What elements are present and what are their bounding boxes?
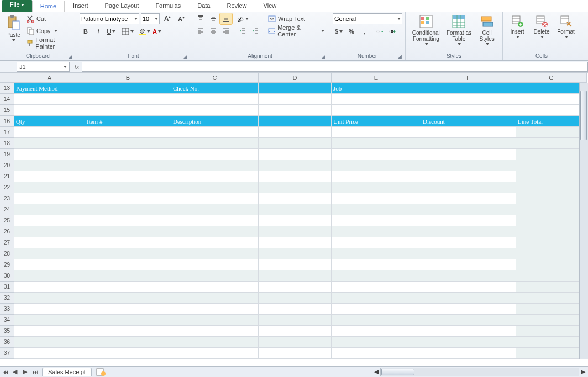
cell-C21[interactable]: [171, 171, 259, 182]
hscroll-right[interactable]: ▶: [579, 368, 587, 376]
cell-F28[interactable]: [421, 248, 516, 259]
cell-C31[interactable]: [171, 282, 259, 293]
row-header-27[interactable]: 27: [0, 237, 14, 248]
number-dialog-launcher[interactable]: ◢: [398, 54, 402, 59]
new-sheet-button[interactable]: [95, 368, 107, 376]
cell-C35[interactable]: [171, 326, 259, 337]
cell-G37[interactable]: [516, 348, 587, 359]
cell-A25[interactable]: [14, 215, 85, 226]
row-header-22[interactable]: 22: [0, 182, 14, 193]
cell-D37[interactable]: [259, 348, 332, 359]
cell-D33[interactable]: [259, 304, 332, 315]
cell-D15[interactable]: [259, 105, 332, 116]
font-dialog-launcher[interactable]: ◢: [183, 54, 187, 59]
cell-E16[interactable]: Unit Price: [332, 116, 421, 127]
border-button[interactable]: [122, 26, 134, 37]
cell-F33[interactable]: [421, 304, 516, 315]
sheet-nav-next[interactable]: ▶: [20, 367, 30, 377]
cell-F25[interactable]: [421, 215, 516, 226]
cell-B18[interactable]: [85, 138, 171, 149]
cell-C22[interactable]: [171, 182, 259, 193]
cell-F35[interactable]: [421, 326, 516, 337]
cell-B31[interactable]: [85, 282, 171, 293]
cell-F32[interactable]: [421, 293, 516, 304]
tab-data[interactable]: Data: [189, 0, 218, 12]
grow-font-button[interactable]: A▴: [161, 13, 174, 24]
cell-C26[interactable]: [171, 226, 259, 237]
cell-A31[interactable]: [14, 282, 85, 293]
row-header-28[interactable]: 28: [0, 248, 14, 259]
row-header-36[interactable]: 36: [0, 337, 14, 348]
cell-C14[interactable]: [171, 94, 259, 105]
cell-A27[interactable]: [14, 237, 85, 248]
copy-button[interactable]: Copy: [25, 25, 72, 36]
cell-C13[interactable]: Check No.: [171, 83, 259, 94]
cell-A32[interactable]: [14, 293, 85, 304]
cell-D21[interactable]: [259, 171, 332, 182]
font-name-combo[interactable]: [80, 13, 139, 24]
cell-F16[interactable]: Discount: [421, 116, 516, 127]
cell-D14[interactable]: [259, 94, 332, 105]
cell-E23[interactable]: [332, 193, 421, 204]
cell-F30[interactable]: [421, 270, 516, 282]
cell-B21[interactable]: [85, 171, 171, 182]
cell-C29[interactable]: [171, 259, 259, 270]
orientation-button[interactable]: ab: [237, 13, 249, 24]
cell-D13[interactable]: [259, 83, 332, 94]
row-header-16[interactable]: 16: [0, 116, 14, 127]
format-painter-button[interactable]: Format Painter: [25, 38, 72, 49]
cell-E14[interactable]: [332, 94, 421, 105]
cell-E25[interactable]: [332, 215, 421, 226]
cell-B27[interactable]: [85, 237, 171, 248]
cell-F14[interactable]: [421, 94, 516, 105]
cell-B28[interactable]: [85, 248, 171, 259]
cell-E19[interactable]: [332, 149, 421, 160]
cell-B37[interactable]: [85, 348, 171, 359]
cell-C17[interactable]: [171, 127, 259, 138]
align-center-button[interactable]: [207, 25, 219, 36]
formula-input[interactable]: [82, 62, 588, 72]
row-header-25[interactable]: 25: [0, 215, 14, 226]
cell-F20[interactable]: [421, 160, 516, 171]
cell-G29[interactable]: [516, 259, 587, 270]
wrap-text-button[interactable]: ab Wrap Text: [267, 13, 326, 24]
cell-E35[interactable]: [332, 326, 421, 337]
cell-E31[interactable]: [332, 282, 421, 293]
sheet-nav-first[interactable]: ⏮: [0, 367, 10, 377]
cell-G15[interactable]: [516, 105, 587, 116]
font-size-combo[interactable]: [141, 13, 160, 24]
tab-view[interactable]: View: [255, 0, 285, 12]
cell-E20[interactable]: [332, 160, 421, 171]
cell-C36[interactable]: [171, 337, 259, 348]
vscroll-thumb[interactable]: [580, 91, 587, 140]
row-header-17[interactable]: 17: [0, 127, 14, 138]
cell-G34[interactable]: [516, 315, 587, 326]
cell-A28[interactable]: [14, 248, 85, 259]
cell-C32[interactable]: [171, 293, 259, 304]
cell-C37[interactable]: [171, 348, 259, 359]
cell-G36[interactable]: [516, 337, 587, 348]
cell-D24[interactable]: [259, 204, 332, 215]
cell-C28[interactable]: [171, 248, 259, 259]
fill-color-button[interactable]: [138, 26, 150, 37]
tab-insert[interactable]: Insert: [65, 0, 97, 12]
cell-G13[interactable]: [516, 83, 587, 94]
sheet-tab-active[interactable]: Sales Receipt: [42, 368, 92, 376]
cell-B14[interactable]: [85, 94, 171, 105]
cell-F15[interactable]: [421, 105, 516, 116]
cell-A19[interactable]: [14, 149, 85, 160]
cell-D29[interactable]: [259, 259, 332, 270]
row-header-30[interactable]: 30: [0, 270, 14, 282]
cell-E34[interactable]: [332, 315, 421, 326]
tab-formulas[interactable]: Formulas: [147, 0, 189, 12]
cell-G33[interactable]: [516, 304, 587, 315]
cell-D35[interactable]: [259, 326, 332, 337]
cell-C24[interactable]: [171, 204, 259, 215]
cell-B33[interactable]: [85, 304, 171, 315]
cell-C33[interactable]: [171, 304, 259, 315]
cell-D18[interactable]: [259, 138, 332, 149]
cell-B36[interactable]: [85, 337, 171, 348]
cell-F21[interactable]: [421, 171, 516, 182]
cell-F37[interactable]: [421, 348, 516, 359]
accounting-format-button[interactable]: $: [333, 26, 345, 37]
